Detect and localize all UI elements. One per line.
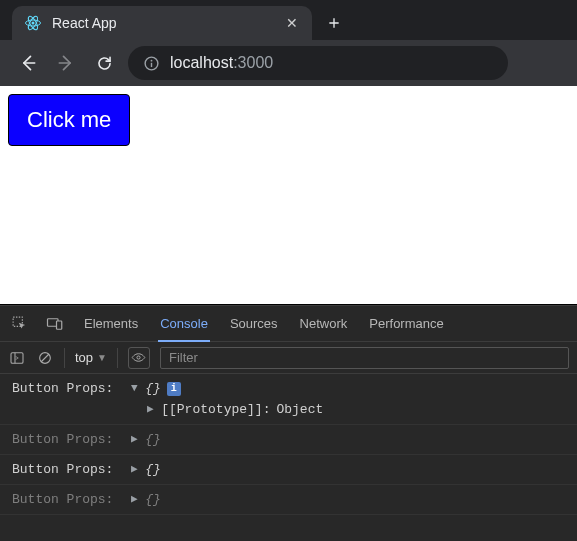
- tab-performance[interactable]: Performance: [367, 306, 445, 342]
- console-output: Button Props: ▼ {} i ▶ [[Prototype]]: Ob…: [0, 374, 577, 541]
- address-bar[interactable]: localhost:3000: [128, 46, 508, 80]
- info-badge-icon[interactable]: i: [167, 382, 181, 396]
- forward-button[interactable]: [52, 49, 80, 77]
- console-log-row[interactable]: Button Props: ▶ {}: [0, 485, 577, 515]
- url-host: localhost: [170, 54, 233, 71]
- click-me-button[interactable]: Click me: [8, 94, 130, 146]
- disclosure-down-icon[interactable]: ▼: [129, 378, 139, 399]
- device-toolbar-icon[interactable]: [46, 315, 64, 333]
- back-button[interactable]: [14, 49, 42, 77]
- object-braces: {}: [145, 429, 161, 450]
- svg-point-12: [137, 356, 140, 359]
- separator: [64, 348, 65, 368]
- disclosure-right-icon[interactable]: ▶: [129, 429, 139, 450]
- close-icon[interactable]: ✕: [284, 15, 300, 31]
- devtools-panel: Elements Console Sources Network Perform…: [0, 305, 577, 541]
- log-object: ▼ {} i ▶ [[Prototype]]: Object: [129, 378, 323, 420]
- console-toolbar: top ▼ Filter: [0, 342, 577, 374]
- object-braces: {}: [145, 378, 161, 399]
- log-label: Button Props:: [12, 429, 121, 450]
- url-text: localhost:3000: [170, 54, 273, 72]
- tab-network[interactable]: Network: [298, 306, 350, 342]
- disclosure-right-icon[interactable]: ▶: [129, 459, 139, 480]
- browser-tab-active[interactable]: React App ✕: [12, 6, 312, 40]
- log-label: Button Props:: [12, 378, 121, 420]
- object-braces: {}: [145, 459, 161, 480]
- url-port: :3000: [233, 54, 273, 71]
- console-log-row[interactable]: Button Props: ▶ {}: [0, 425, 577, 455]
- console-log-row[interactable]: Button Props: ▶ {}: [0, 455, 577, 485]
- filter-placeholder: Filter: [169, 350, 198, 365]
- clear-console-icon[interactable]: [36, 349, 54, 367]
- devtools-tab-strip: Elements Console Sources Network Perform…: [0, 306, 577, 342]
- tab-sources[interactable]: Sources: [228, 306, 280, 342]
- console-sidebar-toggle-icon[interactable]: [8, 349, 26, 367]
- console-filter-input[interactable]: Filter: [160, 347, 569, 369]
- separator: [117, 348, 118, 368]
- context-label: top: [75, 350, 93, 365]
- svg-rect-6: [150, 62, 151, 66]
- page-viewport: Click me: [0, 86, 577, 305]
- browser-tab-title: React App: [52, 15, 274, 31]
- browser-tab-strip: React App ✕: [0, 0, 577, 40]
- execution-context-selector[interactable]: top ▼: [75, 350, 107, 365]
- log-label: Button Props:: [12, 459, 121, 480]
- object-braces: {}: [145, 489, 161, 510]
- disclosure-right-icon[interactable]: ▶: [129, 489, 139, 510]
- svg-point-5: [150, 59, 152, 61]
- site-info-icon[interactable]: [142, 54, 160, 72]
- new-tab-button[interactable]: [320, 9, 348, 37]
- disclosure-right-icon[interactable]: ▶: [145, 399, 155, 420]
- svg-point-0: [32, 22, 35, 25]
- react-logo-icon: [24, 14, 42, 32]
- console-log-row[interactable]: Button Props: ▼ {} i ▶ [[Prototype]]: Ob…: [0, 374, 577, 425]
- svg-rect-9: [57, 321, 62, 329]
- log-label: Button Props:: [12, 489, 121, 510]
- tab-elements[interactable]: Elements: [82, 306, 140, 342]
- browser-toolbar: localhost:3000: [0, 40, 577, 86]
- chevron-down-icon: ▼: [97, 352, 107, 363]
- live-expression-icon[interactable]: [128, 347, 150, 369]
- svg-rect-10: [11, 352, 23, 363]
- prototype-line[interactable]: ▶ [[Prototype]]: Object: [129, 399, 323, 420]
- proto-value: Object: [276, 399, 323, 420]
- reload-button[interactable]: [90, 49, 118, 77]
- tab-console[interactable]: Console: [158, 306, 210, 342]
- inspect-element-icon[interactable]: [10, 315, 28, 333]
- proto-key: [[Prototype]]:: [161, 399, 270, 420]
